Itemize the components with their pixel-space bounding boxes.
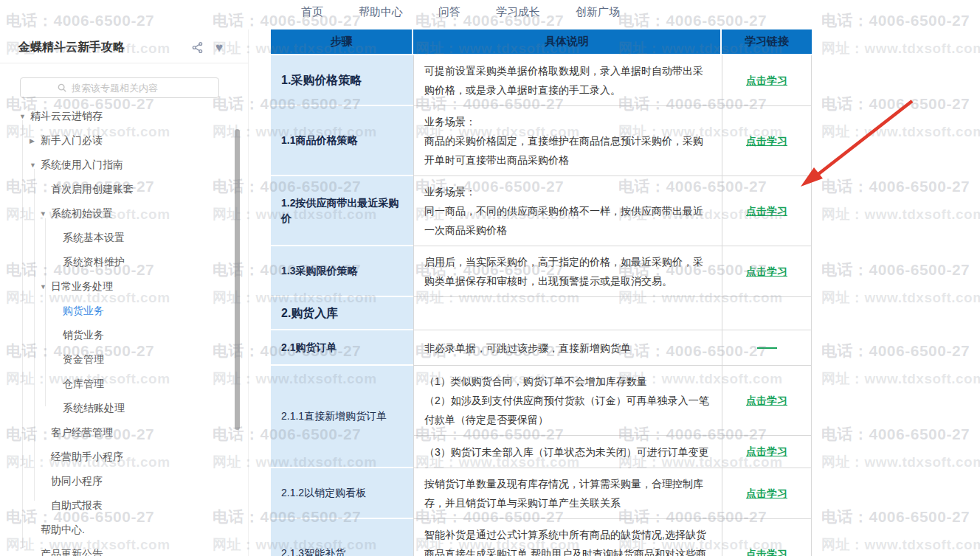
description-line: （2）如涉及到支付供应商预付货款（订金）可再单独录入一笔付款单（待定是否要保留）: [424, 391, 711, 429]
learn-link[interactable]: 点击学习: [746, 445, 787, 457]
table-row: 2.1.2以销定购看板按销货订单数量及现有库存情况，计算需采购量，合理控制库存，…: [271, 468, 812, 519]
step-cell: 2.购货入库: [271, 297, 413, 330]
sidebar-item-label: 日常业务处理: [51, 280, 113, 293]
watermark-tile: 电话：4006-6500-27网址：www.tdxsoft.com: [821, 94, 980, 142]
watermark-tile: 电话：4006-6500-27网址：www.tdxsoft.com: [821, 341, 980, 389]
page: 首页帮助中心问答学习成长创新广场 金蝶精斗云新手攻略 ♥: [0, 0, 980, 556]
nav-item-3[interactable]: 问答: [438, 5, 460, 19]
search-icon: [57, 83, 67, 93]
sidebar-item-label: 自助式报表: [51, 499, 103, 512]
sidebar-item[interactable]: 销货业务: [0, 323, 248, 347]
chevron-down-icon[interactable]: ▼: [40, 210, 51, 218]
sidebar-item[interactable]: 产品更新公告.: [0, 542, 248, 556]
watermark-url: 网址：www.tdxsoft.com: [821, 453, 980, 472]
watermark-phone: 电话：4006-6500-27: [821, 176, 980, 197]
step-cell: 2.1.3智能补货: [271, 519, 413, 556]
watermark-url: 网址：www.tdxsoft.com: [821, 122, 980, 142]
description-cell: 按销货订单数量及现有库存情况，计算需采购量，合理控制库存，并且销货订单与采购订单…: [413, 468, 722, 519]
learn-link[interactable]: 点击学习: [746, 487, 787, 499]
top-nav: 首页帮助中心问答学习成长创新广场: [301, 5, 620, 19]
nav-item-1[interactable]: 首页: [301, 5, 323, 19]
description-cell: 业务场景：商品的采购价格固定，直接维护在商品信息预计采购价，采购开单时可直接带出…: [413, 106, 722, 176]
sidebar-item[interactable]: ▼日常业务处理: [0, 274, 248, 299]
col-header-step: 步骤: [271, 29, 413, 55]
sidebar-tree: ▼精斗云云进销存▶新手入门必读▼系统使用入门指南首次启用创建账套▼系统初始设置系…: [0, 104, 248, 556]
sidebar-item[interactable]: 仓库管理: [0, 372, 248, 396]
sidebar-item[interactable]: 客户经营管理: [0, 420, 248, 445]
link-cell: 点击学习: [722, 55, 812, 106]
sidebar-title: 金蝶精斗云新手攻略: [18, 41, 125, 53]
sidebar-item[interactable]: 首次启用创建账套: [0, 177, 248, 201]
step-cell: 1.采购价格策略: [271, 55, 413, 106]
sidebar-item[interactable]: ▶新手入门必读: [0, 128, 248, 153]
sidebar-item[interactable]: ▼精斗云云进销存: [0, 104, 248, 128]
link-cell: 点击学习: [722, 246, 812, 297]
sidebar-item-label: 首次启用创建账套: [51, 183, 134, 196]
description-line: 业务场景：: [424, 112, 711, 131]
watermark-phone: 电话：4006-6500-27: [821, 341, 980, 361]
watermark-url: 网址：www.tdxsoft.com: [821, 205, 980, 224]
sidebar-item[interactable]: 系统结账处理: [0, 396, 248, 420]
heart-icon[interactable]: ♥: [215, 41, 223, 54]
step-cell: 2.1购货订单: [271, 330, 413, 366]
sidebar-item[interactable]: ▼系统初始设置: [0, 201, 248, 226]
learn-link[interactable]: 点击学习: [746, 265, 787, 277]
sidebar-item-label: 系统基本设置: [63, 232, 125, 245]
nav-item-4[interactable]: 学习成长: [496, 5, 540, 19]
sidebar-item[interactable]: 自助式报表: [0, 493, 248, 518]
sidebar-item-label: 精斗云云进销存: [30, 110, 103, 123]
table-row: 1.2按供应商带出最近采购价业务场景：同一商品，不同的供应商采购价格不一样，按供…: [271, 176, 812, 246]
watermark-phone: 电话：4006-6500-27: [821, 94, 980, 114]
description-line: 同一商品，不同的供应商采购价格不一样，按供应商带出最近一次商品采购价格: [424, 201, 711, 240]
link-cell: 点击学习: [722, 366, 812, 436]
learn-link[interactable]: 点击学习: [746, 548, 787, 556]
search-input[interactable]: [72, 83, 182, 94]
learn-link[interactable]: 点击学习: [746, 205, 787, 217]
description-line: 启用后，当实际采购价，高于指定的价格，如最近采购价，采购类单据保存和审核时，出现…: [424, 252, 711, 291]
sidebar-item-label: 系统资料维护: [63, 256, 125, 269]
learn-link[interactable]: 点击学习: [746, 74, 787, 86]
sidebar-item-label: 系统初始设置: [51, 207, 113, 220]
sidebar-item[interactable]: 系统基本设置: [0, 226, 248, 250]
learn-link[interactable]: 点击学习: [746, 135, 787, 147]
description-cell: （3）购货订未全部入库（订单状态为未关闭）可进行订单变更: [413, 436, 722, 468]
sidebar-item-label: 仓库管理: [63, 378, 104, 391]
chevron-down-icon[interactable]: ▼: [40, 283, 51, 291]
chevron-down-icon[interactable]: ▼: [19, 113, 30, 120]
sidebar-item[interactable]: 帮助中心.: [0, 518, 248, 542]
description-cell: 启用后，当实际采购价，高于指定的价格，如最近采购价，采购类单据保存和审核时，出现…: [413, 246, 722, 297]
sidebar-item[interactable]: 系统资料维护: [0, 250, 248, 274]
sidebar-item-label: 经营助手小程序: [51, 451, 123, 464]
sidebar-item[interactable]: 经营助手小程序: [0, 445, 248, 469]
nav-item-5[interactable]: 创新广场: [576, 5, 620, 19]
table-row: 1.1商品价格策略业务场景：商品的采购价格固定，直接维护在商品信息预计采购价，采…: [271, 106, 812, 176]
link-cell: 点击学习: [722, 106, 812, 176]
link-cell: 点击学习: [722, 519, 812, 556]
chevron-right-icon[interactable]: ▶: [30, 137, 41, 145]
watermark-phone: 电话：4006-6500-27: [821, 424, 980, 445]
sidebar-item-label: 帮助中心.: [41, 524, 85, 537]
description-line: 智能补货是通过公式计算系统中所有商品的缺货情况,选择缺货商品直接生成采购订单,帮…: [424, 525, 711, 556]
step-cell: 1.3采购限价策略: [271, 246, 413, 297]
sidebar-item[interactable]: 购货业务: [0, 299, 248, 323]
sidebar-item[interactable]: 协同小程序: [0, 469, 248, 493]
watermark-phone: 电话：4006-6500-27: [821, 507, 980, 527]
sidebar-item-label: 销货业务: [63, 329, 104, 342]
search-box[interactable]: [20, 77, 219, 98]
nav-item-2[interactable]: 帮助中心: [359, 5, 403, 19]
learn-link[interactable]: 点击学习: [746, 395, 787, 406]
description-cell: [413, 297, 722, 330]
sidebar-scrollbar[interactable]: [235, 129, 240, 430]
guide-table-wrap: 步骤 具体说明 学习链接 1.采购价格策略可提前设置采购类单据价格取数规则，录入…: [271, 29, 812, 556]
share-icon[interactable]: [191, 41, 204, 54]
link-cell: 点击学习: [722, 468, 812, 519]
col-header-link: 学习链接: [722, 29, 812, 55]
sidebar-item[interactable]: ▼系统使用入门指南: [0, 153, 248, 177]
sidebar-header: 金蝶精斗云新手攻略 ♥: [0, 29, 248, 63]
chevron-down-icon[interactable]: ▼: [30, 161, 41, 169]
sidebar-item[interactable]: 资金管理: [0, 347, 248, 372]
table-row: 1.采购价格策略可提前设置采购类单据价格取数规则，录入单据时自动带出采购价格，或…: [271, 55, 812, 106]
step-cell: 1.1商品价格策略: [271, 106, 413, 176]
step-cell: 2.1.1直接新增购货订单: [271, 366, 413, 468]
step-cell: 2.1.2以销定购看板: [271, 468, 413, 519]
